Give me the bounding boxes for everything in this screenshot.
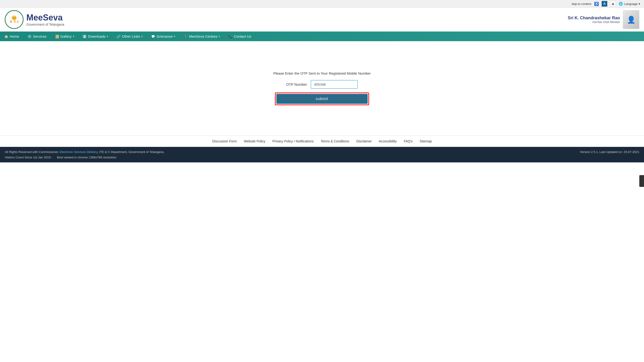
- cm-photo-placeholder: 👤: [623, 10, 639, 29]
- footer-disclaimer[interactable]: Disclaimer: [356, 139, 372, 143]
- centres-icon: 📍: [184, 34, 188, 38]
- version-text: Version 2.5.1, Last Updated on: 23-07-20…: [580, 150, 639, 154]
- otp-form-row: OTP Number:: [286, 80, 358, 89]
- nav-other-links-label: Other Links: [122, 34, 140, 38]
- cm-info: Sri K. Chandrashekar Rao Hon'ble Chief M…: [568, 16, 620, 24]
- logo-area: 😊 మీ సేవ MeeSeva Government of Telangana: [5, 10, 64, 29]
- language-button[interactable]: 🌐 Language ▾: [618, 2, 640, 6]
- nav-contact-us[interactable]: 📞 Contact Us: [224, 32, 256, 41]
- visitors-label: Visitors Count Since 1st Jan 2019 :: [5, 156, 52, 159]
- resolution-note: Best viewed in chrome 1366x768 resolutio…: [57, 156, 117, 159]
- copyright-text: All Rights Reserved with Commissioner, E…: [5, 150, 164, 154]
- otp-label: OTP Number:: [286, 82, 308, 86]
- font-small-button[interactable]: A: [602, 1, 607, 6]
- downloads-dropdown-icon: ▾: [107, 35, 108, 38]
- home-icon: 🏠: [4, 34, 8, 38]
- main-content: Please Enter the OTP Sent to Your Regist…: [0, 41, 644, 135]
- gallery-dropdown-icon: ▾: [73, 35, 74, 38]
- grievance-icon: 💬: [151, 34, 155, 38]
- footer-sitemap[interactable]: Sitemap: [420, 139, 432, 143]
- otp-instruction: Please Enter the OTP Sent to Your Regist…: [273, 71, 371, 75]
- nav-downloads[interactable]: ⬇️ Downloads ▾: [78, 32, 112, 41]
- accessibility-icon: ♿: [594, 2, 599, 6]
- electronic-services-link[interactable]: Electronic Services Delivery: [60, 150, 98, 154]
- cm-area: Sri K. Chandrashekar Rao Hon'ble Chief M…: [568, 10, 639, 29]
- logo-circle: 😊 మీ సేవ: [5, 10, 24, 29]
- footer-bottom-bottom: Visitors Count Since 1st Jan 2019 : Best…: [5, 156, 639, 159]
- logo-text: MeeSeva Government of Telangana: [26, 13, 64, 26]
- brand-name: MeeSeva: [26, 13, 64, 22]
- nav-gallery[interactable]: 🖼️ Gallery ▾: [51, 32, 78, 41]
- skip-to-content[interactable]: skip to content: [572, 2, 591, 6]
- footer-bottom-top: All Rights Reserved with Commissioner, E…: [5, 150, 639, 154]
- nav-grievance-label: Grievance: [156, 34, 172, 38]
- other-links-icon: 🔗: [116, 34, 120, 38]
- nav-services[interactable]: ⚙️ Services: [23, 32, 51, 41]
- footer-faqs[interactable]: FAQ's: [404, 139, 412, 143]
- nav-downloads-label: Downloads: [88, 34, 106, 38]
- centres-dropdown-icon: ▾: [219, 35, 220, 38]
- nav-other-links[interactable]: 🔗 Other Links ▾: [112, 32, 147, 41]
- cm-name: Sri K. Chandrashekar Rao: [568, 16, 620, 20]
- top-bar: skip to content ♿ A A 🌐 Language ▾: [0, 0, 644, 8]
- footer-links: Discussion Form Website Policy Privacy P…: [0, 135, 644, 147]
- footer-privacy-policy[interactable]: Privacy Policy / Notifications: [272, 139, 314, 143]
- submit-button[interactable]: submit: [276, 94, 368, 104]
- language-label: Language: [624, 2, 638, 6]
- font-large-button[interactable]: A: [610, 1, 616, 6]
- nav-meeseva-centres[interactable]: 📍 MeeSeva Centres ▾: [179, 32, 224, 41]
- footer-website-policy[interactable]: Website Policy: [244, 139, 266, 143]
- nav-home-label: Home: [10, 34, 19, 38]
- cm-title: Hon'ble Chief Minister: [568, 20, 620, 24]
- footer-discussion-form[interactable]: Discussion Form: [212, 139, 237, 143]
- footer-accessibility[interactable]: Accessibility: [379, 139, 396, 143]
- nav-gallery-label: Gallery: [60, 34, 72, 38]
- nav-home[interactable]: 🏠 Home: [0, 32, 23, 41]
- nav-contact-label: Contact Us: [234, 34, 251, 38]
- gallery-icon: 🖼️: [55, 34, 59, 38]
- chevron-down-icon: ▾: [638, 2, 640, 6]
- services-icon: ⚙️: [28, 34, 32, 38]
- cm-photo: 👤: [623, 10, 639, 29]
- other-links-dropdown-icon: ▾: [142, 35, 143, 38]
- navbar: 🏠 Home ⚙️ Services 🖼️ Gallery ▾ ⬇️ Downl…: [0, 32, 644, 41]
- footer-bottom: All Rights Reserved with Commissioner, E…: [0, 147, 644, 162]
- header: 😊 మీ సేవ MeeSeva Government of Telangana…: [0, 8, 644, 32]
- footer-terms-conditions[interactable]: Terms & Conditions: [320, 139, 349, 143]
- otp-input[interactable]: [311, 80, 358, 89]
- contact-icon: 📞: [228, 34, 232, 38]
- nav-services-label: Services: [33, 34, 46, 38]
- nav-grievance[interactable]: 💬 Grievance ▾: [147, 32, 179, 41]
- submit-wrapper: submit: [275, 92, 369, 105]
- downloads-icon: ⬇️: [82, 34, 86, 38]
- brand-subtitle: Government of Telangana: [26, 22, 64, 26]
- nav-centres-label: MeeSeva Centres: [189, 34, 217, 38]
- globe-icon: 🌐: [618, 2, 623, 6]
- grievance-dropdown-icon: ▾: [174, 35, 175, 38]
